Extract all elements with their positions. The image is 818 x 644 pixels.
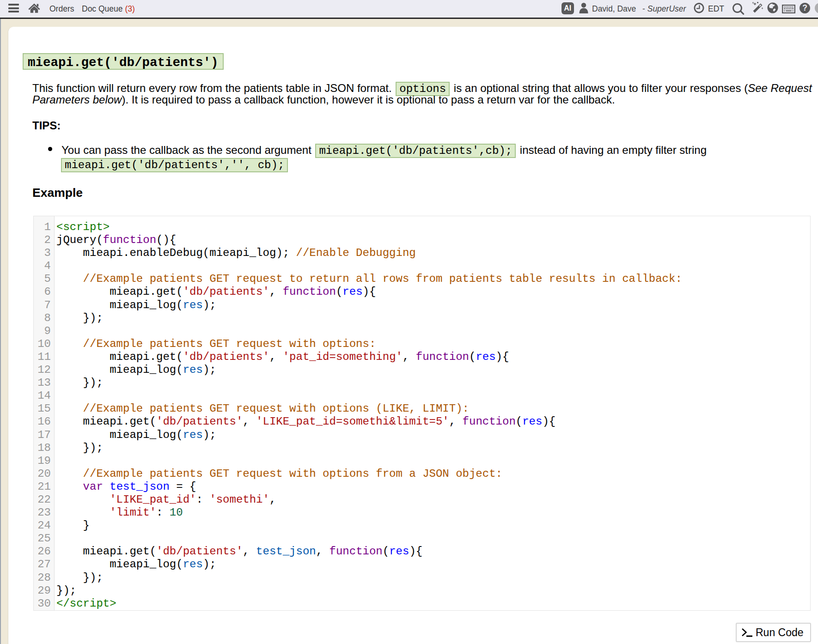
svg-text:?: ? (802, 3, 807, 12)
